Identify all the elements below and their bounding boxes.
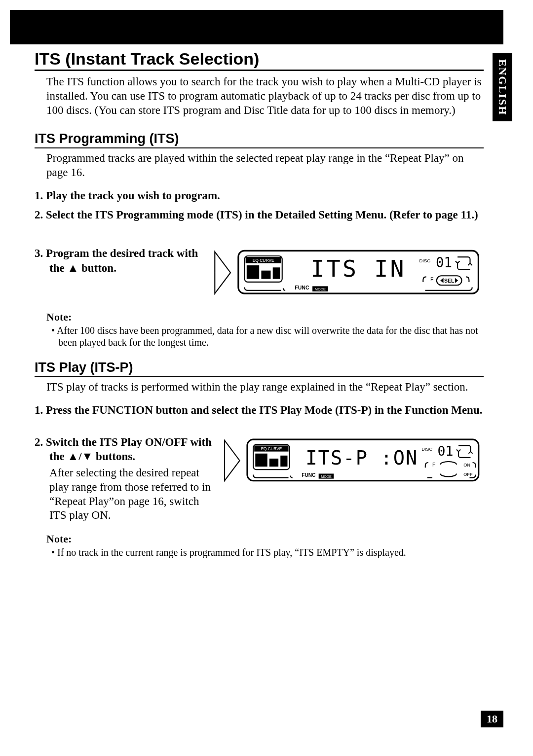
func-label: FUNC bbox=[295, 285, 309, 290]
note-label-2: Note: bbox=[46, 533, 484, 545]
mode-label: MODE bbox=[315, 287, 326, 291]
section-heading-its-programming: ITS Programming (ITS) bbox=[35, 131, 484, 148]
off-label: OFF bbox=[463, 471, 473, 476]
svg-marker-9 bbox=[455, 278, 458, 284]
on-label: ON bbox=[463, 463, 470, 468]
f-label: F bbox=[432, 462, 435, 468]
triangle-up-icon: ▲ bbox=[67, 450, 78, 463]
page-content: ITS (Instant Track Selection) The ITS fu… bbox=[35, 49, 484, 558]
triangle-up-icon: ▲ bbox=[67, 261, 78, 274]
step-2-program: 2. Select the ITS Programming mode (ITS)… bbox=[35, 208, 484, 222]
note-label-1: Note: bbox=[46, 311, 484, 324]
eq-curve-label: EQ CURVE bbox=[261, 446, 282, 451]
step-1-play: 1. Press the FUNCTION button and select … bbox=[35, 403, 484, 418]
disc-label: DISC bbox=[421, 446, 432, 451]
svg-rect-5 bbox=[273, 268, 280, 279]
display-figure-its-in: EQ CURVE FUNC MODE ITS IN DISC 01 bbox=[212, 247, 484, 301]
step-2-after: After selecting the desired repeat play … bbox=[49, 466, 212, 523]
disc-label: DISC bbox=[419, 258, 430, 263]
svg-rect-14 bbox=[269, 458, 278, 466]
section-heading-its-play: ITS Play (ITS-P) bbox=[35, 360, 484, 377]
svg-rect-4 bbox=[261, 271, 270, 279]
svg-rect-3 bbox=[247, 265, 259, 279]
eq-curve-label: EQ CURVE bbox=[253, 258, 274, 263]
triangle-down-icon: ▼ bbox=[82, 450, 93, 463]
step-3-program: 3. Program the desired track with the ▲ … bbox=[35, 247, 202, 276]
func-label: FUNC bbox=[302, 472, 316, 477]
step-2-play: 2. Switch the ITS Play ON/OFF with the ▲… bbox=[35, 435, 212, 465]
disc-num: 01 bbox=[436, 255, 452, 271]
svg-marker-8 bbox=[440, 278, 443, 284]
page-number: 18 bbox=[481, 711, 503, 727]
svg-rect-13 bbox=[255, 453, 267, 466]
display-figure-its-p: EQ CURVE FUNC MODE ITS-P :ON DISC 01 F bbox=[222, 435, 484, 488]
section-intro-its-play: ITS play of tracks is performed within t… bbox=[46, 380, 484, 395]
disc-num: 01 bbox=[438, 443, 454, 458]
section-intro-its: The ITS function allows you to search fo… bbox=[46, 75, 484, 117]
display-main-text: ITS IN bbox=[310, 256, 406, 283]
section-intro-its-programming: Programmed tracks are played within the … bbox=[46, 151, 484, 180]
header-bar bbox=[10, 10, 503, 44]
language-tab: ENGLISH bbox=[493, 53, 512, 121]
f-label: F bbox=[430, 276, 434, 282]
svg-rect-15 bbox=[280, 455, 287, 466]
mode-label: MODE bbox=[321, 474, 332, 478]
sel-label: SEL bbox=[444, 278, 455, 284]
section-heading-its: ITS (Instant Track Selection) bbox=[35, 49, 484, 71]
note-item-2: • If no track in the current range is pr… bbox=[58, 546, 484, 558]
step-2-post: buttons. bbox=[93, 450, 135, 463]
display-main-text: ITS-P :ON bbox=[305, 447, 418, 469]
step-3-post: button. bbox=[78, 262, 116, 274]
step-1-program: 1. Play the track you wish to program. bbox=[35, 189, 484, 203]
note-item-1: • After 100 discs have been programmed, … bbox=[58, 324, 484, 348]
